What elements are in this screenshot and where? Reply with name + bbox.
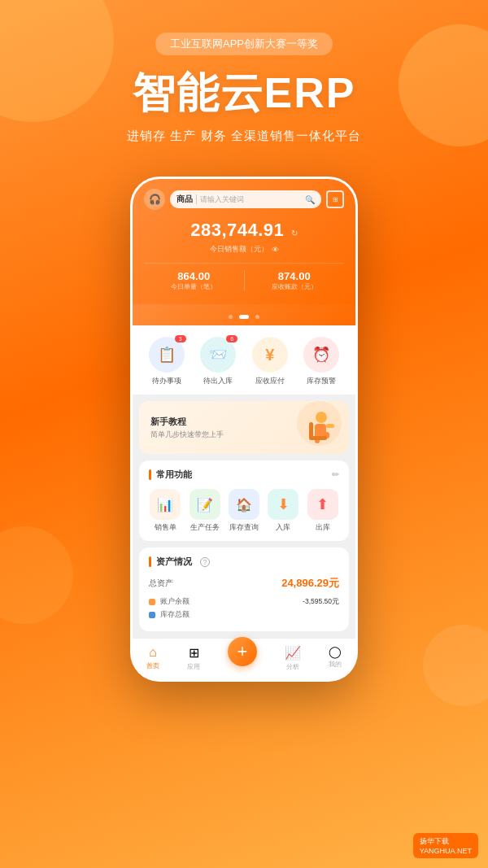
- common-functions-card: 常用功能 ✏ 📊 销售单 📝 生产任务 🏠 库存查询: [139, 460, 349, 541]
- assets-total-label: 总资产: [149, 578, 173, 589]
- sales-label: 今日销售额（元） 👁: [144, 244, 344, 255]
- apps-icon: ⊞: [189, 645, 199, 661]
- dot-2-active: [239, 315, 249, 319]
- tutorial-text: 新手教程 简单几步快速带您上手: [150, 416, 224, 440]
- dot-1: [229, 315, 233, 319]
- stat-orders: 864.00 今日单量（笔）: [144, 270, 245, 291]
- top-section: 工业互联网APP创新大赛一等奖 智能云ERP 进销存 生产 财务 全渠道销售一体…: [0, 0, 488, 177]
- func-inventory-label: 库存查询: [229, 523, 259, 533]
- stock-label: 库存总额: [160, 610, 190, 620]
- func-sales-icon: 📊: [150, 489, 181, 520]
- func-inbound[interactable]: ⬇ 入库: [268, 489, 298, 533]
- stats-row: 864.00 今日单量（笔） 874.00 应收账款（元）: [144, 263, 344, 291]
- func-production-label: 生产任务: [190, 523, 220, 533]
- todo-label: 待办事项: [152, 376, 181, 386]
- phone-header: 🎧 商品 请输入关键词 🔍 ⊞ 283,744.91 ↻ 今日销售额（元） 👁: [133, 179, 355, 304]
- assets-title: 资产情况: [156, 556, 192, 568]
- stat-orders-label: 今日单量（笔）: [144, 282, 244, 291]
- search-placeholder: 请输入关键词: [200, 194, 302, 205]
- assets-info-icon[interactable]: ?: [200, 557, 210, 567]
- main-title: 智能云ERP: [24, 65, 464, 122]
- stat-receivable-label: 应收账款（元）: [245, 282, 345, 291]
- section-title-row: 常用功能: [149, 469, 192, 481]
- func-inventory-icon: 🏠: [229, 489, 259, 520]
- warehouse-label: 待出入库: [203, 376, 233, 386]
- search-category: 商品: [176, 194, 193, 205]
- account-label: 账户余额: [160, 597, 190, 607]
- func-inbound-label: 入库: [276, 523, 290, 533]
- alert-label: 库存预警: [307, 376, 336, 386]
- phone-mockup: 🎧 商品 请输入关键词 🔍 ⊞ 283,744.91 ↻ 今日销售额（元） 👁: [130, 177, 358, 682]
- dot-3: [255, 315, 259, 319]
- account-value: -3,595.50元: [303, 597, 339, 607]
- assets-stock: 库存总额: [149, 610, 339, 620]
- func-outbound[interactable]: ⬆ 出库: [307, 489, 338, 533]
- sales-amount: 283,744.91 ↻: [144, 220, 344, 241]
- sales-value: 283,744.91: [190, 220, 284, 240]
- assets-total-value: 24,896.29元: [281, 576, 339, 591]
- action-payable[interactable]: ¥ 应收应付: [252, 337, 288, 386]
- watermark-url: YANGHUA.NET: [420, 847, 472, 855]
- eye-icon[interactable]: 👁: [272, 246, 279, 254]
- func-production-icon: 📝: [190, 489, 220, 520]
- edit-icon[interactable]: ✏: [332, 469, 339, 480]
- tutorial-banner[interactable]: 新手教程 简单几步快速带您上手: [139, 401, 349, 454]
- warehouse-badge: 6: [226, 335, 237, 342]
- search-pill[interactable]: 商品 请输入关键词 🔍: [170, 190, 321, 208]
- svg-point-0: [316, 412, 327, 423]
- profile-label: 我的: [329, 660, 342, 669]
- add-button[interactable]: +: [228, 637, 257, 666]
- stat-receivable-value: 874.00: [245, 270, 345, 282]
- analytics-label: 分析: [286, 662, 299, 671]
- alert-icon: ⏰: [303, 337, 339, 373]
- section-bar: [149, 469, 151, 480]
- payable-label: 应收应付: [255, 376, 285, 386]
- todo-icon: 📋 3: [149, 337, 185, 373]
- nav-add[interactable]: +: [228, 645, 257, 671]
- todo-badge: 3: [175, 335, 186, 342]
- func-sales-label: 销售单: [155, 523, 176, 533]
- assets-account: 账户余额 -3,595.50元: [149, 597, 339, 607]
- refresh-icon[interactable]: ↻: [291, 229, 298, 238]
- quick-actions: 📋 3 待办事项 📨 6 待出入库 ¥ 应收应付: [133, 325, 355, 395]
- assets-section-bar: [149, 556, 151, 567]
- nav-analytics[interactable]: 📈 分析: [285, 645, 301, 671]
- headset-icon[interactable]: 🎧: [144, 189, 165, 210]
- phone-body: 📋 3 待办事项 📨 6 待出入库 ¥ 应收应付: [133, 325, 355, 679]
- tutorial-person-svg: [297, 409, 339, 448]
- tutorial-figure: [297, 409, 338, 446]
- assets-dot-orange: [149, 599, 155, 605]
- warehouse-icon: 📨 6: [200, 337, 236, 373]
- func-sales[interactable]: 📊 销售单: [150, 489, 181, 533]
- common-functions-title: 常用功能: [156, 469, 192, 481]
- tutorial-desc: 简单几步快速带您上手: [150, 430, 224, 440]
- func-outbound-icon: ⬆: [307, 489, 338, 520]
- assets-total-row: 总资产 24,896.29元: [149, 576, 339, 591]
- nav-profile[interactable]: ◯ 我的: [329, 645, 342, 671]
- profile-icon: ◯: [329, 645, 342, 658]
- func-outbound-label: 出库: [316, 523, 330, 533]
- common-functions-header: 常用功能 ✏: [149, 469, 339, 481]
- tutorial-title: 新手教程: [150, 416, 224, 428]
- bottom-nav: ⌂ 首页 ⊞ 应用 + 📈 分析 ◯ 我的: [133, 638, 355, 679]
- analytics-icon: 📈: [285, 645, 301, 661]
- watermark: 扬华下载 YANGHUA.NET: [413, 833, 478, 858]
- search-icon: 🔍: [305, 195, 315, 204]
- function-grid: 📊 销售单 📝 生产任务 🏠 库存查询 ⬇ 入库: [149, 489, 339, 533]
- scan-icon[interactable]: ⊞: [326, 190, 344, 208]
- payable-icon: ¥: [252, 337, 288, 373]
- phone-wrapper: 🎧 商品 请输入关键词 🔍 ⊞ 283,744.91 ↻ 今日销售额（元） 👁: [0, 177, 488, 682]
- func-production[interactable]: 📝 生产任务: [190, 489, 220, 533]
- search-divider: [196, 194, 197, 204]
- action-todo[interactable]: 📋 3 待办事项: [149, 337, 185, 386]
- action-alert[interactable]: ⏰ 库存预警: [303, 337, 339, 386]
- home-icon: ⌂: [149, 645, 157, 660]
- action-warehouse[interactable]: 📨 6 待出入库: [200, 337, 236, 386]
- func-inventory[interactable]: 🏠 库存查询: [229, 489, 259, 533]
- home-label: 首页: [146, 661, 159, 670]
- stat-receivable: 874.00 应收账款（元）: [245, 270, 345, 291]
- nav-home[interactable]: ⌂ 首页: [146, 645, 159, 671]
- stat-orders-value: 864.00: [144, 270, 244, 282]
- nav-apps[interactable]: ⊞ 应用: [187, 645, 200, 671]
- svg-rect-6: [309, 436, 327, 440]
